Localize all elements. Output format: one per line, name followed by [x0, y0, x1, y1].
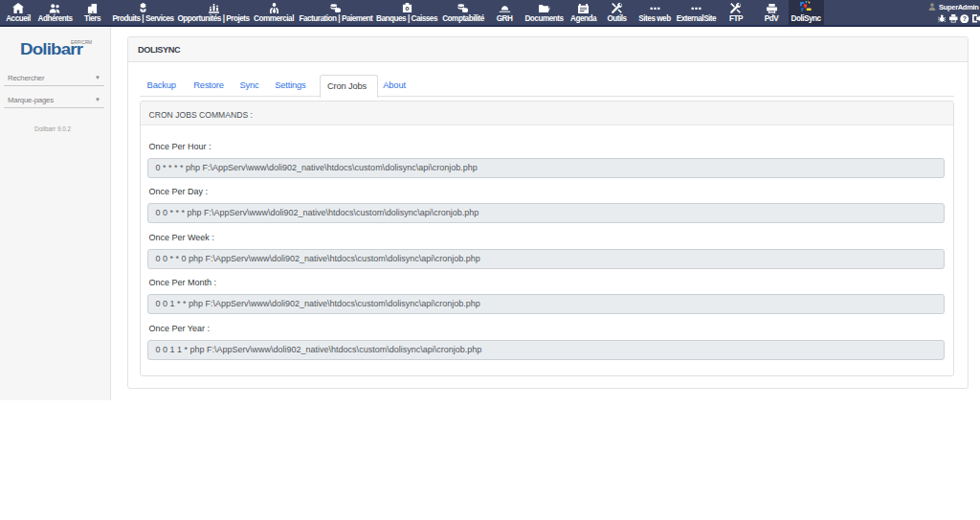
- svg-text:?: ?: [963, 15, 967, 22]
